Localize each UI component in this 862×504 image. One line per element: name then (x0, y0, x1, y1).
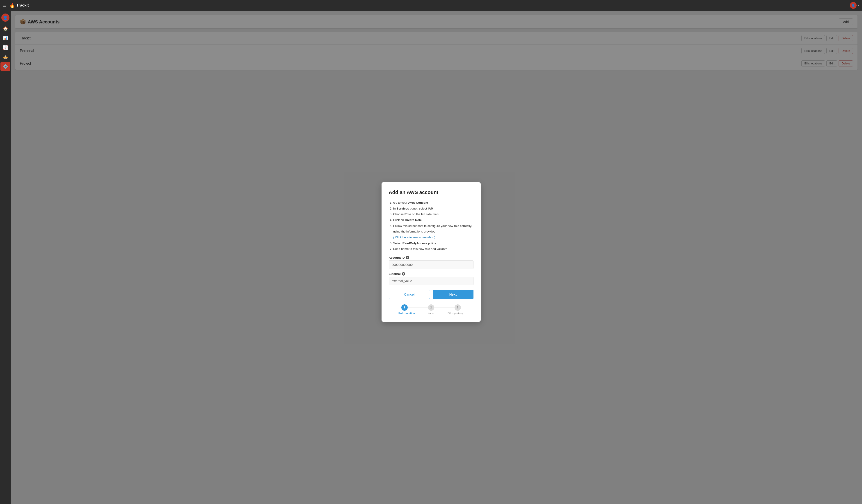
instructions-list: Go to your AWS Console In Services panel… (389, 200, 473, 252)
page-content: 📦 AWS Accounts Add Trackit Bills locatio… (11, 11, 862, 504)
step-line-1 (408, 307, 428, 308)
topbar-right[interactable]: 👤 ▾ (850, 2, 859, 9)
step-circle-1: 1 (401, 304, 408, 311)
external-info-icon[interactable]: i (402, 272, 405, 276)
step-item-3: 3 (455, 304, 461, 311)
sidebar-item-home[interactable]: 🏠 (0, 24, 10, 33)
sidebar: 👤 🏠 📊 📈 🥧 ⚙️ (0, 11, 11, 504)
next-button[interactable]: Next (433, 290, 473, 299)
user-dropdown-arrow[interactable]: ▾ (858, 4, 859, 7)
stepper: 1 2 3 (389, 304, 473, 311)
external-group: External i (389, 272, 473, 285)
account-id-group: Account ID i (389, 256, 473, 269)
app-logo: 🔥 TrackIt (10, 3, 29, 8)
hamburger-icon[interactable]: ☰ (3, 3, 6, 8)
modal-overlay: Add an AWS account Go to your AWS Consol… (11, 11, 862, 504)
step-item-1: 1 (401, 304, 408, 311)
step-3: Choose Role on the left side menu (393, 211, 473, 217)
sidebar-item-chart-bar[interactable]: 📊 (0, 34, 10, 42)
step-7: Set a name to this new role and validate (393, 246, 473, 252)
stepper-labels: Role creation Name Bill repository (389, 312, 473, 315)
step-line-2 (434, 307, 455, 308)
sidebar-item-settings[interactable]: ⚙️ (0, 62, 10, 71)
app-name: TrackIt (16, 3, 29, 8)
step-label-3: Bill repository (443, 312, 468, 315)
sidebar-item-pie[interactable]: 🥧 (0, 53, 10, 61)
external-label: External i (389, 272, 473, 276)
step-1: Go to your AWS Console (393, 200, 473, 206)
screenshot-link[interactable]: ( Click here to see screenshot ) (393, 236, 435, 239)
step-5: Follow this screenshot to configure your… (393, 223, 473, 240)
modal-buttons: Cancel Next (389, 290, 473, 299)
modal-title: Add an AWS account (389, 189, 473, 195)
step-2: In Services panel, select IAM (393, 206, 473, 212)
account-id-label: Account ID i (389, 256, 473, 259)
account-id-input[interactable] (389, 261, 473, 269)
step-4: Click on Create Role (393, 217, 473, 223)
step-label-1: Role creation (395, 312, 419, 315)
step-circle-2: 2 (428, 304, 434, 311)
cancel-button[interactable]: Cancel (389, 290, 430, 299)
sidebar-item-chart-area[interactable]: 📈 (0, 43, 10, 52)
modal: Add an AWS account Go to your AWS Consol… (381, 182, 481, 322)
sidebar-avatar[interactable]: 👤 (1, 14, 10, 22)
external-input[interactable] (389, 277, 473, 285)
step-6: Select ReadOnlyAccess policy (393, 240, 473, 246)
account-id-info-icon[interactable]: i (406, 256, 409, 259)
user-avatar[interactable]: 👤 (850, 2, 857, 9)
step-circle-3: 3 (455, 304, 461, 311)
step-label-2: Name (419, 312, 443, 315)
step-item-2: 2 (428, 304, 434, 311)
logo-flame-icon: 🔥 (10, 3, 15, 8)
